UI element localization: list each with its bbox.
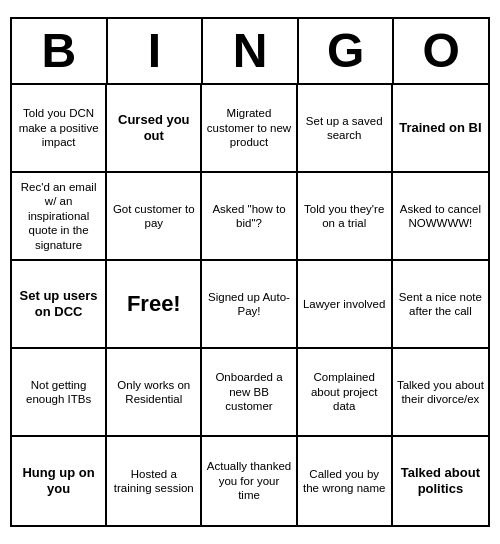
bingo-letter-g: G <box>299 19 395 83</box>
bingo-card: BINGO Told you DCN make a positive impac… <box>10 17 490 527</box>
bingo-cell-5[interactable]: Rec'd an email w/ an inspirational quote… <box>12 173 107 261</box>
bingo-cell-13[interactable]: Lawyer involved <box>298 261 393 349</box>
bingo-cell-18[interactable]: Complained about project data <box>298 349 393 437</box>
bingo-letter-n: N <box>203 19 299 83</box>
bingo-cell-17[interactable]: Onboarded a new BB customer <box>202 349 297 437</box>
bingo-letter-i: I <box>108 19 204 83</box>
bingo-cell-21[interactable]: Hosted a training session <box>107 437 202 525</box>
bingo-cell-7[interactable]: Asked "how to bid"? <box>202 173 297 261</box>
bingo-cell-3[interactable]: Set up a saved search <box>298 85 393 173</box>
bingo-letter-o: O <box>394 19 488 83</box>
bingo-cell-0[interactable]: Told you DCN make a positive impact <box>12 85 107 173</box>
bingo-cell-16[interactable]: Only works on Residential <box>107 349 202 437</box>
bingo-header: BINGO <box>12 19 488 85</box>
bingo-letter-b: B <box>12 19 108 83</box>
bingo-cell-4[interactable]: Trained on BI <box>393 85 488 173</box>
bingo-grid: Told you DCN make a positive impactCurse… <box>12 85 488 525</box>
bingo-cell-12[interactable]: Signed up Auto-Pay! <box>202 261 297 349</box>
bingo-cell-8[interactable]: Told you they're on a trial <box>298 173 393 261</box>
bingo-cell-22[interactable]: Actually thanked you for your time <box>202 437 297 525</box>
bingo-cell-1[interactable]: Cursed you out <box>107 85 202 173</box>
bingo-cell-24[interactable]: Talked about politics <box>393 437 488 525</box>
bingo-cell-15[interactable]: Not getting enough ITBs <box>12 349 107 437</box>
bingo-cell-6[interactable]: Got customer to pay <box>107 173 202 261</box>
bingo-cell-10[interactable]: Set up users on DCC <box>12 261 107 349</box>
bingo-cell-14[interactable]: Sent a nice note after the call <box>393 261 488 349</box>
bingo-cell-23[interactable]: Called you by the wrong name <box>298 437 393 525</box>
bingo-cell-9[interactable]: Asked to cancel NOWWWW! <box>393 173 488 261</box>
bingo-cell-20[interactable]: Hung up on you <box>12 437 107 525</box>
bingo-cell-19[interactable]: Talked you about their divorce/ex <box>393 349 488 437</box>
bingo-cell-11[interactable]: Free! <box>107 261 202 349</box>
bingo-cell-2[interactable]: Migrated customer to new product <box>202 85 297 173</box>
